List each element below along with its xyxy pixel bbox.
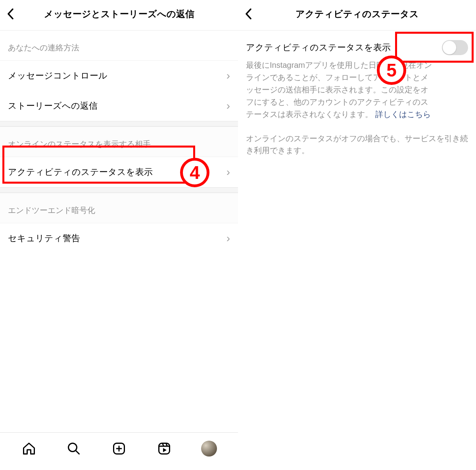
activity-status-toggle-row: アクティビティのステータスを表示 xyxy=(246,40,468,55)
page-title: アクティビティのステータス xyxy=(255,8,459,20)
svg-line-1 xyxy=(76,451,79,454)
home-icon xyxy=(22,441,36,456)
avatar xyxy=(201,441,217,457)
row-security-alerts[interactable]: セキュリティ警告 › xyxy=(0,223,238,253)
nav-home[interactable] xyxy=(20,440,38,457)
toggle-note: オンラインのステータスがオフの場合でも、サービスを引き続き利用できます。 xyxy=(246,132,468,156)
svg-rect-5 xyxy=(159,443,169,454)
page-title: メッセージとストーリーズへの返信 xyxy=(17,8,221,20)
section-header-online-status: オンラインのステータスを表示する相手 xyxy=(0,127,238,157)
row-label: メッセージコントロール xyxy=(8,70,107,82)
row-story-replies[interactable]: ストーリーズへの返信 › xyxy=(0,91,238,121)
search-icon xyxy=(67,441,81,456)
nav-profile[interactable] xyxy=(200,440,218,457)
toggle-description: 最後にInstagramアプリを使用した日時や、現在オンラインであることが、フォ… xyxy=(246,59,468,121)
plus-square-icon xyxy=(112,441,126,456)
back-button[interactable] xyxy=(242,7,255,21)
row-label: セキュリティ警告 xyxy=(8,232,80,244)
chevron-left-icon xyxy=(7,8,15,19)
screen-messages-settings: メッセージとストーリーズへの返信 あなたへの連絡方法 メッセージコントロール ›… xyxy=(0,0,238,470)
toggle-label: アクティビティのステータスを表示 xyxy=(246,42,391,54)
section-divider xyxy=(0,121,238,127)
section-divider xyxy=(0,187,238,193)
section-header-e2ee: エンドツーエンド暗号化 xyxy=(0,193,238,223)
toggle-knob xyxy=(443,41,456,54)
nav-reels[interactable] xyxy=(155,440,173,457)
activity-status-toggle[interactable] xyxy=(442,40,468,55)
nav-search[interactable] xyxy=(65,440,83,457)
bottom-nav xyxy=(0,432,238,470)
nav-create[interactable] xyxy=(110,440,128,457)
row-message-controls[interactable]: メッセージコントロール › xyxy=(0,61,238,91)
chevron-right-icon: › xyxy=(226,69,230,82)
header: アクティビティのステータス xyxy=(238,0,476,31)
header: メッセージとストーリーズへの返信 xyxy=(0,0,238,31)
row-activity-status[interactable]: アクティビティのステータスを表示 › xyxy=(0,157,238,187)
row-label: ストーリーズへの返信 xyxy=(8,100,98,112)
learn-more-link[interactable]: 詳しくはこちら xyxy=(375,110,431,119)
screen-activity-status: アクティビティのステータス アクティビティのステータスを表示 最後にInstag… xyxy=(238,0,476,470)
section-header-contact: あなたへの連絡方法 xyxy=(0,31,238,61)
chevron-right-icon: › xyxy=(226,232,230,245)
reels-icon xyxy=(157,441,171,456)
back-button[interactable] xyxy=(4,7,17,21)
chevron-left-icon xyxy=(245,8,253,19)
chevron-right-icon: › xyxy=(226,100,230,112)
chevron-right-icon: › xyxy=(226,166,230,178)
row-label: アクティビティのステータスを表示 xyxy=(8,166,153,178)
